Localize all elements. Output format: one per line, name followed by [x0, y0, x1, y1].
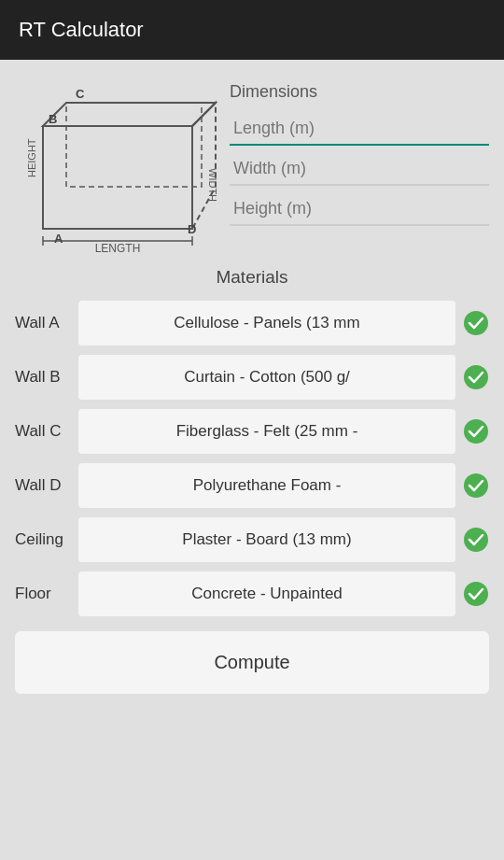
dimensions-title: Dimensions — [230, 82, 489, 102]
material-select-button[interactable]: Cellulose - Panels (13 mm — [78, 301, 455, 345]
check-icon — [463, 310, 489, 336]
compute-section: Compute — [15, 631, 489, 709]
app-header: RT Calculator — [0, 0, 504, 60]
materials-title: Materials — [15, 267, 489, 288]
svg-point-15 — [464, 311, 488, 335]
svg-text:HEIGHT: HEIGHT — [26, 138, 37, 177]
svg-marker-2 — [43, 103, 216, 126]
material-select-button[interactable]: Polyurethane Foam - — [78, 463, 455, 508]
wall-label: Wall D — [15, 476, 71, 495]
width-input[interactable] — [230, 153, 489, 186]
length-input[interactable] — [230, 113, 489, 146]
material-row: Wall BCurtain - Cotton (500 g/ — [15, 355, 489, 400]
material-row: CeilingPlaster - Board (13 mm) — [15, 517, 489, 562]
compute-button[interactable]: Compute — [15, 631, 489, 694]
top-section: LENGTH WIDTH HEIGHT A B C D Dimensions — [15, 75, 489, 252]
wall-label: Wall A — [15, 314, 71, 332]
svg-text:D: D — [188, 222, 196, 236]
svg-point-16 — [464, 365, 488, 389]
svg-text:A: A — [54, 232, 63, 246]
svg-marker-0 — [66, 103, 202, 187]
material-row: Wall ACellulose - Panels (13 mm — [15, 301, 489, 345]
material-row: Wall DPolyurethane Foam - — [15, 463, 489, 508]
main-content: LENGTH WIDTH HEIGHT A B C D Dimensions M… — [0, 60, 504, 724]
svg-point-20 — [464, 582, 488, 606]
app-title: RT Calculator — [19, 18, 144, 42]
wall-label: Wall B — [15, 368, 71, 387]
svg-text:LENGTH: LENGTH — [95, 242, 141, 252]
check-icon — [463, 581, 489, 607]
height-input[interactable] — [230, 193, 489, 226]
wall-label: Floor — [15, 585, 71, 603]
dimensions-panel: Dimensions — [230, 75, 489, 252]
check-icon — [463, 472, 489, 499]
svg-point-19 — [464, 528, 488, 552]
material-row: FloorConcrete - Unpainted — [15, 571, 489, 616]
wall-label: Wall C — [15, 422, 71, 441]
check-icon — [463, 364, 489, 390]
svg-point-17 — [464, 419, 488, 444]
material-select-button[interactable]: Plaster - Board (13 mm) — [78, 517, 455, 562]
svg-text:C: C — [76, 87, 85, 101]
material-rows-container: Wall ACellulose - Panels (13 mm Wall BCu… — [15, 301, 489, 616]
material-select-button[interactable]: Concrete - Unpainted — [78, 571, 455, 616]
material-select-button[interactable]: Curtain - Cotton (500 g/ — [78, 355, 455, 400]
svg-text:WIDTH: WIDTH — [207, 168, 218, 202]
material-select-button[interactable]: Fiberglass - Felt (25 mm - — [78, 409, 455, 454]
room-svg: LENGTH WIDTH HEIGHT A B C D — [15, 75, 220, 252]
materials-section: Materials Wall ACellulose - Panels (13 m… — [15, 267, 489, 616]
check-icon — [463, 527, 489, 553]
wall-label: Ceiling — [15, 530, 71, 549]
svg-text:B: B — [49, 112, 57, 126]
svg-line-4 — [192, 103, 216, 126]
check-icon — [463, 418, 489, 444]
material-row: Wall CFiberglass - Felt (25 mm - — [15, 409, 489, 454]
room-diagram: LENGTH WIDTH HEIGHT A B C D — [15, 75, 220, 252]
svg-point-18 — [464, 473, 488, 498]
svg-rect-1 — [43, 126, 192, 229]
